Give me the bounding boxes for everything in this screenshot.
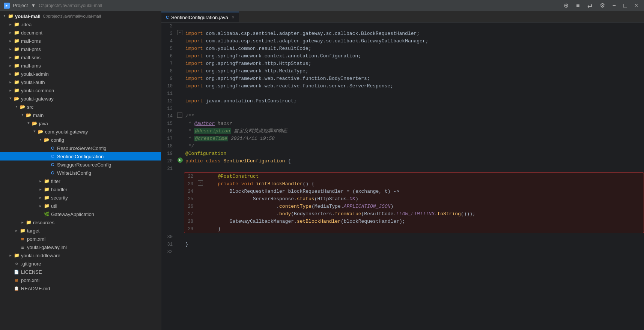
sidebar-item-youlai-admin[interactable]: ▶ 📁 youlai-admin — [0, 70, 161, 78]
code-line-14: 14 − /** — [161, 112, 644, 120]
line-gutter-14: − — [176, 112, 184, 118]
sidebar-item-target[interactable]: ▶ 📁 target — [0, 226, 161, 235]
sidebar-item-youlai-mall[interactable]: ▼ 📁 youlai-mall C:\projects\java\mall\yo… — [0, 12, 161, 20]
sidebar-item-README[interactable]: 📋 README.md — [0, 284, 161, 292]
tab-SentinelConfiguration[interactable]: C SentinelConfiguration.java × — [161, 12, 239, 22]
sidebar-item-youlai-gateway[interactable]: ▼ 📂 youlai-gateway — [0, 94, 161, 103]
line-number-9: 9 — [161, 75, 176, 82]
label-config: config — [51, 137, 64, 143]
action-settings[interactable]: ⚙ — [597, 1, 607, 10]
fold-icon-23[interactable]: − — [198, 180, 203, 186]
action-minimize[interactable]: − — [610, 2, 618, 10]
sidebar-item-security[interactable]: ▶ 📁 security — [0, 194, 161, 202]
sidebar-item-handler[interactable]: ▶ 📁 handler — [0, 185, 161, 194]
line-content-8: import org.springframework.http.MediaTyp… — [184, 68, 644, 75]
sidebar-item-youlai-middleware[interactable]: ▶ 📁 youlai-middleware — [0, 251, 161, 260]
sidebar-item-mall-ums[interactable]: ▶ 📁 mall-ums — [0, 62, 161, 70]
sidebar-item-SentinelConfiguration[interactable]: C SentinelConfiguration — [0, 152, 161, 160]
line-number-25: 25 — [184, 195, 197, 203]
folder-icon-mall-sms: 📁 — [14, 54, 20, 60]
arrow-main: ▼ — [20, 112, 26, 118]
sidebar-item-document[interactable]: ▶ 📁 document — [0, 28, 161, 37]
xml-icon-pom-root: m — [14, 277, 20, 283]
sidebar-item-pom-gateway[interactable]: m pom.xml — [0, 235, 161, 243]
sidebar-item-SwaggerResourceConfig[interactable]: C SwaggerResourceConfig — [0, 160, 161, 169]
sidebar-item-com-youlai-gateway[interactable]: ▼ 📂 com.youlai.gateway — [0, 128, 161, 136]
action-list[interactable]: ≡ — [574, 2, 582, 10]
line-number-19: 19 — [161, 150, 176, 158]
java-icon-SentinelConfiguration: C — [50, 153, 56, 159]
arrow-target: ▶ — [14, 228, 20, 234]
sidebar-item-filter[interactable]: ▶ 📁 filter — [0, 177, 161, 185]
sidebar-item-ResourceServerConfig[interactable]: C ResourceServerConfig — [0, 144, 161, 152]
line-number-12: 12 — [161, 98, 176, 105]
tab-close-button[interactable]: × — [232, 15, 234, 20]
sidebar-item-GatewayApplication[interactable]: 🌿 GatewayApplication — [0, 210, 161, 218]
code-line-23: 23 − private void initBlockHandler() { — [184, 180, 644, 188]
sidebar-item-src[interactable]: ▼ 📂 src — [0, 103, 161, 111]
run-icon-20[interactable]: ▶ — [178, 158, 183, 163]
sidebar-item-resources[interactable]: ▶ 📁 resources — [0, 218, 161, 226]
label-ResourceServerConfig: ResourceServerConfig — [57, 146, 107, 151]
sidebar-item-mall-oms[interactable]: ▶ 📁 mall-oms — [0, 37, 161, 45]
arrow-mall-oms: ▶ — [8, 38, 14, 44]
project-dropdown-arrow[interactable]: ▼ — [31, 3, 36, 8]
folder-icon-main: 📂 — [26, 112, 32, 118]
code-line-30: 30 — [161, 233, 644, 241]
title-bar: ▶ Project ▼ C:\projects\java\mall\youlai… — [0, 0, 644, 11]
sidebar-item-java[interactable]: ▼ 📂 java — [0, 119, 161, 128]
arrow-src: ▼ — [14, 104, 20, 110]
sidebar-item-idea[interactable]: ▶ 📁 .idea — [0, 20, 161, 28]
line-number-28: 28 — [184, 218, 197, 225]
sidebar-item-youlai-gateway-iml[interactable]: ≣ youlai-gateway.iml — [0, 243, 161, 251]
action-maximize[interactable]: □ — [621, 2, 629, 10]
sidebar-item-config[interactable]: ▼ 📂 config — [0, 136, 161, 144]
sidebar-item-mall-pms[interactable]: ▶ 📁 mall-pms — [0, 45, 161, 53]
folder-icon-mall-pms: 📁 — [14, 46, 20, 52]
label-youlai-mall: youlai-mall — [15, 14, 41, 19]
folder-icon-util: 📁 — [44, 203, 50, 209]
code-line-22: 22 @PostConstruct — [184, 173, 644, 180]
fold-icon-14[interactable]: − — [177, 112, 182, 118]
label-document: document — [21, 30, 42, 36]
sidebar-item-youlai-common[interactable]: ▶ 📁 youlai-common — [0, 86, 161, 94]
line-number-7: 7 — [161, 60, 176, 68]
line-number-30: 30 — [161, 233, 176, 241]
label-target: target — [27, 228, 39, 234]
code-line-4: 4 import com.alibaba.csp.sentinel.adapte… — [161, 38, 644, 45]
arrow-java: ▼ — [26, 120, 32, 126]
action-close[interactable]: × — [632, 2, 640, 10]
code-line-13: 13 — [161, 105, 644, 112]
label-com-youlai-gateway: com.youlai.gateway — [45, 129, 88, 135]
line-content-26: .contentType(MediaType.APPLICATION_JSON) — [205, 203, 644, 210]
code-line-7: 7 import org.springframework.http.HttpSt… — [161, 60, 644, 68]
label-pom-root: pom.xml — [21, 278, 39, 283]
arrow-filter: ▶ — [38, 178, 44, 184]
arrow-mall-sms: ▶ — [8, 54, 14, 60]
arrow-security: ▶ — [38, 195, 44, 201]
label-pom-gateway: pom.xml — [27, 236, 45, 242]
sidebar-item-gitignore[interactable]: ⚙ .gitignore — [0, 260, 161, 268]
code-line-15: 15 * @author haoxr — [161, 120, 644, 128]
sidebar-item-main[interactable]: ▼ 📂 main — [0, 111, 161, 119]
arrow-youlai-common: ▶ — [8, 87, 14, 93]
code-line-11: 11 — [161, 90, 644, 98]
label-mall-ums: mall-ums — [21, 63, 41, 69]
sidebar-item-youlai-auth[interactable]: ▶ 📁 youlai-auth — [0, 78, 161, 86]
sidebar-item-LICENSE[interactable]: 📄 LICENSE — [0, 268, 161, 276]
action-add[interactable]: ⊕ — [561, 1, 571, 10]
arrow-LICENSE — [8, 269, 14, 275]
line-number-13: 13 — [161, 105, 176, 112]
label-mall-oms: mall-oms — [21, 38, 41, 44]
code-editor[interactable]: 2 3 − import com.alibaba.csp.sentinel.ad… — [161, 22, 644, 330]
line-content-17: * @createTime 2021/4/11 19:58 — [184, 135, 644, 142]
code-line-10: 10 import org.springframework.web.reacti… — [161, 82, 644, 90]
fold-icon-3[interactable]: − — [177, 30, 182, 35]
sidebar-item-WhiteListConfig[interactable]: C WhiteListConfig — [0, 169, 161, 177]
line-number-22: 22 — [184, 173, 197, 180]
tab-bar: C SentinelConfiguration.java × — [161, 11, 644, 22]
action-swap[interactable]: ⇄ — [585, 1, 594, 10]
sidebar-item-pom-root[interactable]: m pom.xml — [0, 276, 161, 284]
sidebar-item-mall-sms[interactable]: ▶ 📁 mall-sms — [0, 53, 161, 62]
sidebar-item-util[interactable]: ▶ 📁 util — [0, 202, 161, 210]
